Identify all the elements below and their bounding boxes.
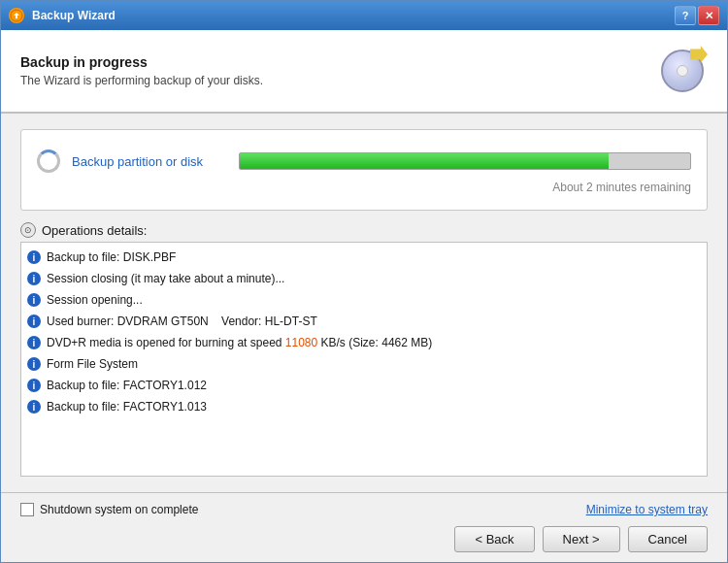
list-item: i Session closing (it may take about a m… (27, 268, 701, 289)
info-icon: i (27, 315, 41, 328)
log-text: Backup to file: DISK.PBF (47, 248, 176, 266)
progress-row: Backup partition or disk (37, 149, 691, 173)
time-remaining: About 2 minutes remaining (37, 181, 691, 194)
help-button[interactable]: ? (675, 6, 696, 25)
header-text: Backup in progress The Wizard is perform… (20, 54, 263, 87)
minimize-link[interactable]: Minimize to system tray (586, 503, 708, 516)
list-item: i Session opening... (27, 289, 701, 311)
info-icon: i (27, 379, 41, 392)
footer-top: Shutdown system on complete Minimize to … (20, 503, 708, 516)
backup-wizard-window: Backup Wizard ? ✕ Backup in progress The… (0, 0, 728, 563)
expand-icon[interactable]: ⊙ (20, 222, 36, 238)
main-content: Backup partition or disk About 2 minutes… (1, 114, 727, 492)
next-button[interactable]: Next > (543, 526, 620, 552)
header-section: Backup in progress The Wizard is perform… (1, 30, 727, 114)
info-icon: i (27, 400, 41, 414)
title-bar: Backup Wizard ? ✕ (1, 1, 727, 30)
app-icon (9, 8, 24, 23)
list-item: i Used burner: DVDRAM GT50N Vendor: HL-D… (27, 311, 701, 332)
spinner-icon (37, 149, 60, 173)
close-button[interactable]: ✕ (698, 6, 719, 25)
cancel-button[interactable]: Cancel (628, 526, 708, 552)
header-icon (657, 46, 708, 96)
log-text: Backup to file: FACTORY1.013 (47, 398, 207, 415)
log-text: DVD+R media is opened for burning at spe… (47, 334, 432, 351)
log-text: Backup to file: FACTORY1.012 (47, 377, 207, 394)
title-bar-buttons: ? ✕ (675, 6, 719, 25)
list-item: i Backup to file: FACTORY1.013 (27, 396, 701, 417)
shutdown-checkbox[interactable] (20, 503, 34, 516)
info-icon: i (27, 357, 41, 371)
list-item: i Form File System (27, 353, 701, 375)
shutdown-row: Shutdown system on complete (20, 503, 198, 516)
back-button[interactable]: < Back (454, 526, 534, 552)
log-text: Session opening... (47, 291, 143, 309)
header-subtitle: The Wizard is performing backup of your … (20, 74, 263, 87)
footer: Shutdown system on complete Minimize to … (1, 492, 727, 562)
log-text: Session closing (it may take about a min… (47, 270, 284, 287)
operations-section: ⊙ Operations details: i Backup to file: … (20, 222, 708, 477)
operations-label: Operations details: (42, 223, 147, 238)
log-text: Form File System (47, 355, 138, 373)
progress-area: Backup partition or disk About 2 minutes… (20, 129, 708, 211)
progress-bar-container (239, 152, 691, 170)
header-title: Backup in progress (20, 54, 263, 70)
footer-buttons: < Back Next > Cancel (20, 526, 708, 552)
shutdown-label: Shutdown system on complete (40, 503, 198, 516)
operations-header: ⊙ Operations details: (20, 222, 708, 238)
list-item: i DVD+R media is opened for burning at s… (27, 332, 701, 353)
window-title: Backup Wizard (32, 9, 667, 22)
info-icon: i (27, 272, 41, 285)
list-item: i Backup to file: FACTORY1.012 (27, 375, 701, 396)
info-icon: i (27, 250, 41, 264)
log-text: Used burner: DVDRAM GT50N Vendor: HL-DT-… (47, 313, 317, 330)
info-icon: i (27, 293, 41, 307)
progress-label: Backup partition or disk (72, 154, 227, 169)
list-item: i Backup to file: DISK.PBF (27, 247, 701, 268)
operations-log[interactable]: i Backup to file: DISK.PBF i Session clo… (20, 242, 708, 477)
info-icon: i (27, 336, 41, 349)
progress-bar-fill (240, 153, 609, 169)
